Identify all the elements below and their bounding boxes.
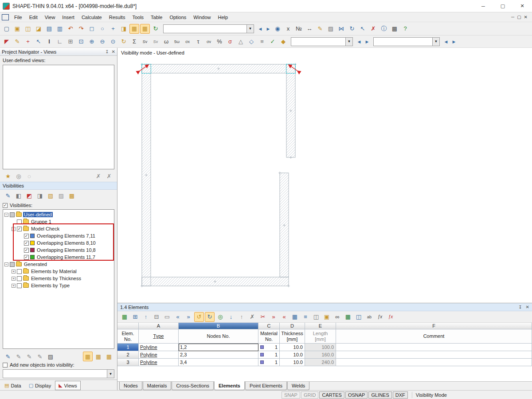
type-cell[interactable]: Polyline (139, 351, 179, 359)
numbering-icon[interactable]: № (294, 24, 304, 34)
chevron-down-icon[interactable]: ▼ (345, 38, 352, 46)
tree-checkbox[interactable] (17, 276, 22, 281)
next-visibility-button[interactable]: ► (363, 37, 371, 46)
edit-pencil-icon[interactable]: ✎ (12, 37, 22, 47)
tree-item-label[interactable]: Elements by Material (30, 269, 78, 274)
tree-item-label[interactable]: Elements by Type (30, 283, 70, 288)
rotate-icon[interactable]: ↻ (347, 24, 357, 34)
status-toggle[interactable]: CARTES (319, 391, 344, 399)
visibility-show-all-button[interactable]: ▧ (46, 191, 55, 200)
menu-item[interactable]: Tools (129, 13, 147, 21)
element-number-cell[interactable]: 3 (117, 359, 139, 366)
menu-item[interactable]: Calculate (78, 13, 106, 21)
tree-checkbox[interactable] (24, 241, 29, 246)
move-icon[interactable]: ↖ (358, 24, 368, 34)
thickness-cell[interactable]: 10.0 (280, 351, 305, 359)
maximize-button[interactable]: ▢ (493, 0, 512, 12)
zoom-in-icon[interactable]: ⊕ (87, 37, 97, 47)
column-letter-c[interactable]: C (258, 323, 280, 329)
arrow-up-icon[interactable]: ↑ (237, 312, 246, 322)
comment-cell[interactable] (336, 344, 532, 351)
menu-item[interactable]: Edit (26, 13, 41, 21)
refresh-icon[interactable]: ↻ (151, 24, 160, 34)
pan-icon[interactable]: + (108, 24, 118, 34)
spectacles-icon[interactable]: ∞ (332, 312, 342, 322)
tree-checkbox[interactable] (24, 255, 29, 260)
tree-expander[interactable] (4, 262, 8, 266)
prev-view-button[interactable]: ◄ (442, 37, 450, 46)
chevron-down-icon[interactable]: ▼ (246, 25, 254, 33)
print-icon[interactable]: ▤ (44, 24, 54, 34)
tree-expander[interactable] (12, 227, 16, 231)
hatching-icon[interactable]: ▨ (326, 24, 336, 34)
mdi-close-button[interactable]: ✕ (524, 15, 528, 20)
zoom-all-icon[interactable]: ⊙ (108, 37, 118, 47)
tree-item[interactable]: Overlapping Elements 11,7 (3, 254, 114, 261)
save-copy-icon[interactable]: ◪ (34, 24, 43, 34)
navigator-tab[interactable]: ▢ Display (25, 381, 55, 390)
column-letter-e[interactable]: E (305, 323, 336, 329)
material-cell[interactable]: 1 (258, 351, 280, 359)
mirror-icon[interactable]: ⋈ (336, 24, 346, 34)
pin-view-button[interactable]: ✗ (94, 171, 103, 181)
comment-cell[interactable] (336, 351, 532, 359)
rotate-view-icon[interactable]: ↻ (119, 37, 129, 47)
tree-checkbox[interactable] (17, 219, 22, 224)
visibilities-checkbox[interactable] (3, 203, 8, 208)
close-icon[interactable]: ✕ (112, 49, 115, 54)
status-toggle[interactable]: OSNAP (345, 391, 368, 399)
tree-checkbox[interactable] (24, 248, 29, 253)
new-view-button[interactable]: ★ (3, 171, 13, 181)
close-button[interactable]: ✕ (512, 0, 532, 12)
save-icon[interactable]: ◫ (23, 24, 33, 34)
window-arrangement-1-button[interactable]: ▦ (83, 352, 93, 361)
weld-icon[interactable]: △ (236, 37, 246, 47)
function-delete-icon[interactable]: ƒx (386, 312, 395, 322)
delete-view-button[interactable]: ✎ (24, 352, 34, 361)
clear-row-icon[interactable]: ▭ (162, 312, 172, 322)
delete-rows-icon[interactable]: ✂ (258, 312, 268, 322)
next-view-button[interactable]: ► (450, 37, 458, 46)
tree-item-label[interactable]: Overlapping Elements 7,11 (36, 233, 96, 239)
material-cell[interactable]: 1 (258, 344, 280, 351)
table-tab[interactable]: Cross-Sections (172, 382, 214, 390)
zoom-out-icon[interactable]: ⊖ (98, 37, 107, 47)
special-view-button[interactable]: ✎ (35, 352, 45, 361)
insert-rows-icon[interactable]: » (269, 312, 278, 322)
tree-checkbox[interactable] (10, 212, 15, 217)
table-series-icon[interactable]: ▦ (140, 24, 150, 34)
sigma-x-icon[interactable]: σx (183, 37, 192, 47)
material-cell[interactable]: 1 (258, 359, 280, 366)
menu-item[interactable]: Options (166, 13, 190, 21)
tree-item-label[interactable]: Elements by Thickness (30, 276, 82, 281)
navigator-icon[interactable]: ◨ (119, 24, 129, 34)
column-letter-b[interactable]: B (179, 323, 258, 329)
menu-item[interactable]: View (41, 13, 59, 21)
print-preview-icon[interactable]: ▥ (55, 24, 65, 34)
type-cell[interactable]: Polyline (139, 344, 179, 351)
new-user-view-button[interactable]: ✎ (3, 352, 13, 361)
expand-table-icon[interactable]: ⊞ (130, 312, 140, 322)
check-icon[interactable]: ✓ (268, 37, 278, 47)
percent-icon[interactable]: % (215, 37, 224, 47)
add-new-objects-checkbox[interactable] (3, 363, 8, 368)
new-file-icon[interactable]: ▢ (2, 24, 12, 34)
element-number-cell[interactable]: 1 (117, 344, 139, 351)
tree-item-label[interactable]: Overlapping Elements 8,10 (36, 240, 97, 246)
polyline-icon[interactable]: ∟ (55, 37, 65, 47)
tree-item-label[interactable]: Generated (23, 262, 48, 267)
insert-element-icon[interactable]: I (44, 37, 54, 47)
type-cell[interactable]: Polyline (139, 359, 179, 366)
pin-icon[interactable]: ↧ (518, 305, 522, 309)
element-number-cell[interactable]: 2 (117, 351, 139, 359)
go-first-icon[interactable]: « (173, 312, 183, 322)
dimension-icon[interactable]: ↔ (305, 24, 314, 34)
mdi-restore-button[interactable]: ▢ (517, 15, 521, 20)
select-window-icon[interactable]: ⊡ (76, 37, 86, 47)
node-tool-icon[interactable]: + (23, 37, 33, 47)
chevron-down-icon[interactable]: ▼ (432, 38, 439, 46)
menu-item[interactable]: File (11, 13, 26, 21)
stress-sv-icon[interactable]: Sv (140, 37, 150, 47)
menu-item[interactable]: Results (106, 13, 129, 21)
tree-item[interactable]: Elements by Type (3, 282, 114, 289)
